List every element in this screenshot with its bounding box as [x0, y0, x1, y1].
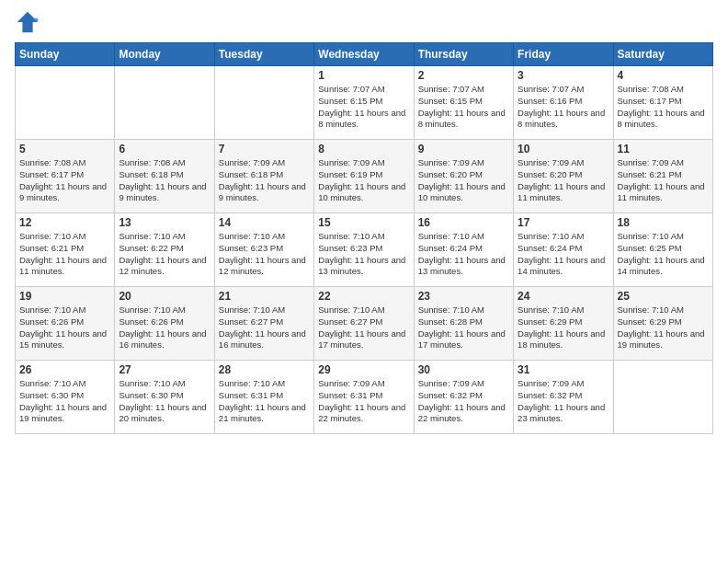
day-info: Sunrise: 7:09 AM Sunset: 6:20 PM Dayligh…	[518, 157, 609, 204]
day-info: Sunrise: 7:09 AM Sunset: 6:21 PM Dayligh…	[618, 157, 709, 204]
table-row: 26Sunrise: 7:10 AM Sunset: 6:30 PM Dayli…	[16, 361, 115, 434]
day-info: Sunrise: 7:10 AM Sunset: 6:28 PM Dayligh…	[418, 304, 509, 351]
day-info: Sunrise: 7:10 AM Sunset: 6:29 PM Dayligh…	[618, 304, 709, 351]
table-row: 27Sunrise: 7:10 AM Sunset: 6:30 PM Dayli…	[115, 361, 214, 434]
table-row	[16, 66, 115, 140]
day-number: 20	[119, 290, 210, 303]
table-row: 17Sunrise: 7:10 AM Sunset: 6:24 PM Dayli…	[514, 213, 613, 287]
day-number: 29	[318, 363, 409, 376]
day-number: 14	[219, 216, 310, 229]
day-info: Sunrise: 7:10 AM Sunset: 6:27 PM Dayligh…	[219, 304, 310, 351]
day-info: Sunrise: 7:10 AM Sunset: 6:27 PM Dayligh…	[318, 304, 409, 351]
day-number: 17	[518, 216, 609, 229]
day-number: 28	[219, 363, 310, 376]
table-row: 19Sunrise: 7:10 AM Sunset: 6:26 PM Dayli…	[16, 287, 115, 361]
weekday-sunday: Sunday	[16, 43, 115, 66]
day-info: Sunrise: 7:09 AM Sunset: 6:32 PM Dayligh…	[418, 378, 509, 425]
day-number: 31	[518, 363, 609, 376]
weekday-monday: Monday	[115, 43, 214, 66]
day-info: Sunrise: 7:10 AM Sunset: 6:23 PM Dayligh…	[219, 231, 310, 278]
table-row: 4Sunrise: 7:08 AM Sunset: 6:17 PM Daylig…	[613, 66, 712, 140]
table-row: 13Sunrise: 7:10 AM Sunset: 6:22 PM Dayli…	[115, 213, 214, 287]
day-number: 25	[618, 290, 709, 303]
day-number: 30	[418, 363, 509, 376]
day-info: Sunrise: 7:09 AM Sunset: 6:19 PM Dayligh…	[318, 157, 409, 204]
day-info: Sunrise: 7:09 AM Sunset: 6:20 PM Dayligh…	[418, 157, 509, 204]
weekday-thursday: Thursday	[414, 43, 513, 66]
table-row	[613, 361, 712, 434]
day-info: Sunrise: 7:10 AM Sunset: 6:30 PM Dayligh…	[119, 378, 210, 425]
calendar-table: SundayMondayTuesdayWednesdayThursdayFrid…	[15, 42, 713, 434]
table-row: 29Sunrise: 7:09 AM Sunset: 6:31 PM Dayli…	[314, 361, 414, 434]
day-info: Sunrise: 7:10 AM Sunset: 6:25 PM Dayligh…	[618, 231, 709, 278]
day-number: 12	[19, 216, 110, 229]
day-number: 26	[19, 363, 110, 376]
calendar-week-3: 12Sunrise: 7:10 AM Sunset: 6:21 PM Dayli…	[16, 213, 713, 287]
weekday-saturday: Saturday	[613, 43, 712, 66]
day-number: 4	[618, 69, 709, 82]
table-row: 7Sunrise: 7:09 AM Sunset: 6:18 PM Daylig…	[214, 140, 313, 213]
day-number: 5	[19, 143, 110, 155]
table-row: 6Sunrise: 7:08 AM Sunset: 6:18 PM Daylig…	[115, 140, 214, 213]
day-number: 27	[119, 363, 210, 376]
table-row	[214, 66, 313, 140]
day-number: 6	[119, 143, 210, 155]
day-info: Sunrise: 7:10 AM Sunset: 6:29 PM Dayligh…	[518, 304, 609, 351]
table-row: 8Sunrise: 7:09 AM Sunset: 6:19 PM Daylig…	[314, 140, 414, 213]
day-info: Sunrise: 7:10 AM Sunset: 6:31 PM Dayligh…	[219, 378, 310, 425]
day-number: 22	[318, 290, 409, 303]
table-row: 18Sunrise: 7:10 AM Sunset: 6:25 PM Dayli…	[613, 213, 712, 287]
day-info: Sunrise: 7:07 AM Sunset: 6:16 PM Dayligh…	[518, 84, 609, 131]
day-number: 24	[518, 290, 609, 303]
day-info: Sunrise: 7:10 AM Sunset: 6:30 PM Dayligh…	[19, 378, 110, 425]
day-number: 19	[19, 290, 110, 303]
day-info: Sunrise: 7:08 AM Sunset: 6:17 PM Dayligh…	[19, 157, 110, 204]
weekday-wednesday: Wednesday	[314, 43, 414, 66]
day-info: Sunrise: 7:07 AM Sunset: 6:15 PM Dayligh…	[418, 84, 509, 131]
day-info: Sunrise: 7:08 AM Sunset: 6:18 PM Dayligh…	[119, 157, 210, 204]
day-info: Sunrise: 7:10 AM Sunset: 6:22 PM Dayligh…	[119, 231, 210, 278]
table-row: 24Sunrise: 7:10 AM Sunset: 6:29 PM Dayli…	[514, 287, 613, 361]
weekday-tuesday: Tuesday	[214, 43, 313, 66]
table-row: 31Sunrise: 7:09 AM Sunset: 6:32 PM Dayli…	[514, 361, 613, 434]
logo-icon	[15, 9, 40, 35]
svg-marker-0	[17, 12, 38, 32]
day-number: 2	[418, 69, 509, 82]
day-number: 10	[518, 143, 609, 155]
day-info: Sunrise: 7:10 AM Sunset: 6:24 PM Dayligh…	[518, 231, 609, 278]
day-number: 21	[219, 290, 310, 303]
calendar-page: SundayMondayTuesdayWednesdayThursdayFrid…	[0, 0, 728, 563]
day-info: Sunrise: 7:09 AM Sunset: 6:31 PM Dayligh…	[318, 378, 409, 425]
table-row: 15Sunrise: 7:10 AM Sunset: 6:23 PM Dayli…	[314, 213, 414, 287]
logo	[15, 9, 44, 35]
day-info: Sunrise: 7:08 AM Sunset: 6:17 PM Dayligh…	[618, 84, 709, 131]
table-row: 11Sunrise: 7:09 AM Sunset: 6:21 PM Dayli…	[613, 140, 712, 213]
day-number: 15	[318, 216, 409, 229]
day-number: 23	[418, 290, 509, 303]
day-info: Sunrise: 7:10 AM Sunset: 6:21 PM Dayligh…	[19, 231, 110, 278]
day-number: 1	[318, 69, 409, 82]
day-info: Sunrise: 7:09 AM Sunset: 6:18 PM Dayligh…	[219, 157, 310, 204]
table-row: 2Sunrise: 7:07 AM Sunset: 6:15 PM Daylig…	[414, 66, 513, 140]
table-row: 22Sunrise: 7:10 AM Sunset: 6:27 PM Dayli…	[314, 287, 414, 361]
table-row	[115, 66, 214, 140]
day-info: Sunrise: 7:10 AM Sunset: 6:23 PM Dayligh…	[318, 231, 409, 278]
weekday-header-row: SundayMondayTuesdayWednesdayThursdayFrid…	[16, 43, 713, 66]
day-number: 18	[618, 216, 709, 229]
table-row: 28Sunrise: 7:10 AM Sunset: 6:31 PM Dayli…	[214, 361, 313, 434]
table-row: 3Sunrise: 7:07 AM Sunset: 6:16 PM Daylig…	[514, 66, 613, 140]
day-number: 3	[518, 69, 609, 82]
day-number: 13	[119, 216, 210, 229]
table-row: 20Sunrise: 7:10 AM Sunset: 6:26 PM Dayli…	[115, 287, 214, 361]
day-info: Sunrise: 7:09 AM Sunset: 6:32 PM Dayligh…	[518, 378, 609, 425]
table-row: 10Sunrise: 7:09 AM Sunset: 6:20 PM Dayli…	[514, 140, 613, 213]
calendar-week-5: 26Sunrise: 7:10 AM Sunset: 6:30 PM Dayli…	[16, 361, 713, 434]
day-number: 11	[618, 143, 709, 155]
day-info: Sunrise: 7:10 AM Sunset: 6:26 PM Dayligh…	[119, 304, 210, 351]
header	[15, 9, 713, 35]
day-number: 9	[418, 143, 509, 155]
day-info: Sunrise: 7:07 AM Sunset: 6:15 PM Dayligh…	[318, 84, 409, 131]
weekday-friday: Friday	[514, 43, 613, 66]
day-number: 8	[318, 143, 409, 155]
table-row: 9Sunrise: 7:09 AM Sunset: 6:20 PM Daylig…	[414, 140, 513, 213]
